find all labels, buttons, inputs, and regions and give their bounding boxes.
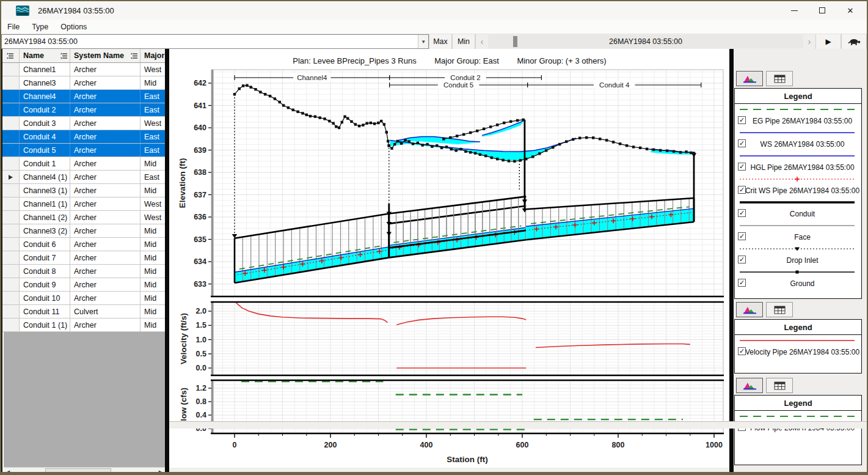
chart-view-tab[interactable] xyxy=(736,71,763,86)
row-selector-cell[interactable] xyxy=(2,171,20,183)
cell-name[interactable]: Channel1 (1) xyxy=(20,197,70,210)
cell-system[interactable]: Culvert xyxy=(70,305,140,318)
row-selector-cell[interactable] xyxy=(2,319,20,331)
table-view-tab[interactable] xyxy=(766,302,793,317)
row-selector-cell[interactable] xyxy=(2,63,20,76)
cell-name[interactable]: Channel1 (2) xyxy=(20,211,70,224)
table-row[interactable]: Channel4 (1)ArcherEast xyxy=(2,171,165,184)
animation-speed-button[interactable] xyxy=(841,34,867,49)
cell-name[interactable]: Conduit 7 xyxy=(20,251,70,264)
scrollbar-thumb[interactable] xyxy=(45,468,111,475)
cell-system[interactable]: Archer xyxy=(70,157,140,170)
cell-system[interactable]: Archer xyxy=(70,251,140,264)
table-row[interactable]: Conduit 1 (1)ArcherMid xyxy=(2,319,165,332)
chevron-down-icon[interactable]: ▼ xyxy=(418,35,428,48)
cell-name[interactable]: Channel3 (1) xyxy=(20,184,70,197)
cell-name[interactable]: Channel3 (2) xyxy=(20,224,70,237)
cell-name[interactable]: Channel3 xyxy=(20,76,70,89)
cell-name[interactable]: Conduit 6 xyxy=(20,238,70,251)
cell-name[interactable]: Conduit 10 xyxy=(20,292,70,304)
cell-group[interactable]: East xyxy=(140,171,165,183)
legend-checkbox[interactable]: ✓ xyxy=(738,209,746,217)
table-row[interactable]: Conduit 1ArcherMid xyxy=(2,157,165,171)
min-button[interactable]: Min xyxy=(452,34,475,49)
cell-group[interactable]: West xyxy=(140,197,165,210)
table-row[interactable]: Conduit 7ArcherMid xyxy=(2,251,165,265)
profile-plot[interactable]: Channel4Conduit 2Conduit 5Conduit 463363… xyxy=(169,49,730,468)
table-row[interactable]: Conduit 2ArcherEast xyxy=(2,103,165,117)
table-row[interactable]: Channel3ArcherMid xyxy=(2,76,165,90)
row-selector-cell[interactable] xyxy=(2,251,20,264)
cell-name[interactable]: Channel1 xyxy=(20,63,70,76)
cell-name[interactable]: Channel4 (1) xyxy=(20,171,70,183)
menu-options[interactable]: Options xyxy=(54,23,93,31)
cell-system[interactable]: Archer xyxy=(70,278,140,291)
row-selector-cell[interactable] xyxy=(2,224,20,237)
table-horizontal-scrollbar[interactable]: ◀ ▶ xyxy=(4,467,165,475)
table-row[interactable]: Conduit 4ArcherEast xyxy=(2,130,165,144)
cell-system[interactable]: Archer xyxy=(70,90,140,103)
row-selector-cell[interactable] xyxy=(2,265,20,278)
legend-checkbox[interactable]: ✓ xyxy=(738,163,746,171)
cell-name[interactable]: Conduit 1 (1) xyxy=(20,319,70,331)
chart-view-tab[interactable] xyxy=(736,302,763,317)
table-row[interactable]: Conduit 5ArcherEast xyxy=(2,144,165,157)
cell-name[interactable]: Conduit 9 xyxy=(20,278,70,291)
cell-name[interactable]: Conduit 11 xyxy=(20,305,70,318)
table-row[interactable]: Channel3 (1)ArcherMid xyxy=(2,184,165,197)
sort-filter-icon[interactable] xyxy=(130,52,139,60)
row-selector-cell[interactable] xyxy=(2,197,20,210)
play-button[interactable]: ▶ xyxy=(815,34,841,49)
prev-time-button[interactable]: ‹ xyxy=(476,35,488,48)
row-selector-cell[interactable] xyxy=(2,117,20,130)
legend-checkbox[interactable]: ✓ xyxy=(738,347,746,355)
row-selector-cell[interactable] xyxy=(2,76,20,89)
table-row[interactable]: Channel3 (2)ArcherMid xyxy=(2,224,165,238)
cell-system[interactable]: Archer xyxy=(70,103,140,116)
row-selector-cell[interactable] xyxy=(2,157,20,170)
table-row[interactable]: Channel1ArcherWest xyxy=(2,63,165,76)
cell-group[interactable]: East xyxy=(140,130,165,143)
cell-system[interactable]: Archer xyxy=(70,144,140,156)
cell-group[interactable]: West xyxy=(140,211,165,224)
row-selector-cell[interactable] xyxy=(2,103,20,116)
menu-type[interactable]: Type xyxy=(26,23,54,31)
cell-system[interactable]: Archer xyxy=(70,265,140,278)
cell-system[interactable]: Archer xyxy=(70,76,140,89)
cell-group[interactable]: East xyxy=(140,103,165,116)
row-selector-cell[interactable] xyxy=(2,130,20,143)
cell-system[interactable]: Archer xyxy=(70,319,140,331)
legend-checkbox[interactable]: ✓ xyxy=(738,116,746,124)
column-header-major-group[interactable]: Major Gr xyxy=(140,49,165,62)
splitter-right[interactable] xyxy=(729,49,734,475)
cell-group[interactable]: Mid xyxy=(140,265,165,278)
time-combo-input[interactable] xyxy=(2,37,418,46)
cell-name[interactable]: Conduit 5 xyxy=(20,144,70,156)
scroll-left-icon[interactable]: ◀ xyxy=(4,468,13,475)
scrollbar-track[interactable] xyxy=(13,468,156,475)
time-slider-track[interactable]: 26MAY1984 03:55:00 xyxy=(488,35,803,48)
table-row[interactable]: Conduit 8ArcherMid xyxy=(2,265,165,278)
cell-name[interactable]: Conduit 1 xyxy=(20,157,70,170)
cell-group[interactable]: Mid xyxy=(140,238,165,251)
row-selector-cell[interactable] xyxy=(2,278,20,291)
cell-group[interactable]: Mid xyxy=(140,184,165,197)
legend-checkbox[interactable]: ✓ xyxy=(738,186,746,194)
cell-group[interactable]: Mid xyxy=(140,157,165,170)
cell-group[interactable]: Mid xyxy=(140,76,165,89)
cell-system[interactable]: Archer xyxy=(70,184,140,197)
legend-checkbox[interactable]: ✓ xyxy=(738,279,746,287)
cell-system[interactable]: Archer xyxy=(70,211,140,224)
close-button[interactable]: ✕ xyxy=(836,1,864,20)
legend-checkbox[interactable]: ✓ xyxy=(738,139,746,147)
row-selector-cell[interactable] xyxy=(2,90,20,103)
sort-filter-icon[interactable] xyxy=(60,52,68,60)
cell-system[interactable]: Archer xyxy=(70,117,140,130)
cell-name[interactable]: Conduit 2 xyxy=(20,103,70,116)
cell-system[interactable]: Archer xyxy=(70,197,140,210)
legend-checkbox[interactable]: ✓ xyxy=(738,232,746,240)
cell-name[interactable]: Channel4 xyxy=(20,90,70,103)
sort-filter-icon[interactable] xyxy=(6,52,15,60)
row-selector-cell[interactable] xyxy=(2,238,20,251)
cell-group[interactable]: Mid xyxy=(140,278,165,291)
